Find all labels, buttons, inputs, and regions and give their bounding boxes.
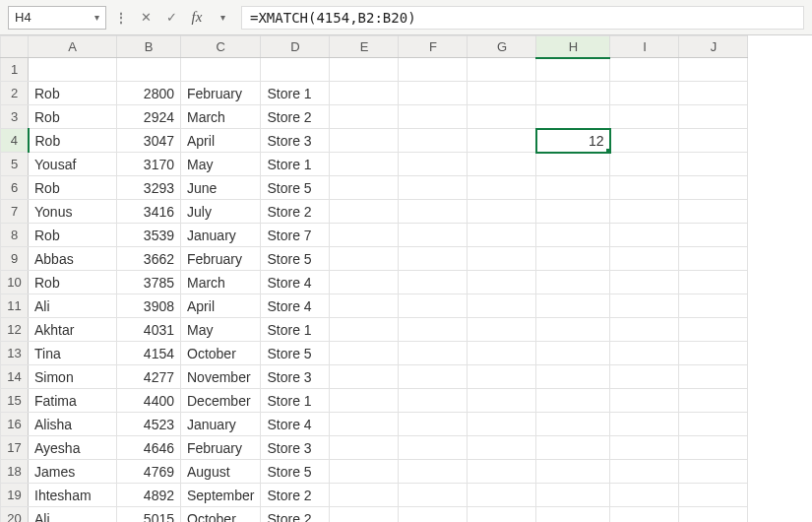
cell[interactable]: May (181, 153, 261, 176)
cell[interactable] (399, 176, 468, 200)
cell[interactable]: Store 4 (261, 271, 330, 294)
row-header[interactable]: 18 (1, 460, 29, 484)
fx-icon[interactable]: fx (186, 7, 208, 29)
cell[interactable]: 4400 (117, 389, 181, 413)
cell[interactable] (536, 58, 610, 82)
row-header[interactable]: 3 (1, 105, 29, 129)
cell[interactable] (399, 460, 468, 484)
cell[interactable] (399, 105, 468, 129)
cell[interactable] (536, 484, 610, 507)
select-all-corner[interactable] (1, 36, 29, 58)
row-header[interactable]: 13 (1, 342, 29, 365)
cell[interactable]: September (181, 484, 261, 507)
cell[interactable] (679, 200, 748, 224)
cell[interactable] (330, 105, 399, 129)
cell[interactable]: Yonus (29, 200, 117, 224)
cell[interactable]: Simon (29, 365, 117, 389)
cell[interactable] (679, 294, 748, 318)
cell[interactable]: 4769 (117, 460, 181, 484)
cell[interactable]: Rob (29, 271, 117, 294)
cell[interactable] (536, 365, 610, 389)
cell[interactable] (468, 82, 536, 105)
cell[interactable] (610, 129, 679, 153)
cell[interactable]: April (181, 294, 261, 318)
cell[interactable]: 4646 (117, 436, 181, 460)
cell[interactable] (330, 365, 399, 389)
cell[interactable] (399, 82, 468, 105)
cell[interactable]: 3662 (117, 247, 181, 271)
cell[interactable]: January (181, 224, 261, 247)
cell[interactable] (468, 129, 536, 153)
name-box[interactable]: H4 ▾ (8, 6, 106, 30)
cell[interactable]: Store 1 (261, 82, 330, 105)
cell[interactable] (679, 176, 748, 200)
cell[interactable]: Store 5 (261, 342, 330, 365)
cell[interactable] (330, 413, 399, 436)
cell[interactable] (679, 224, 748, 247)
cell[interactable] (468, 507, 536, 523)
cell[interactable] (679, 318, 748, 342)
column-header[interactable]: D (261, 36, 330, 58)
cell[interactable] (399, 294, 468, 318)
row-header[interactable]: 15 (1, 389, 29, 413)
cell[interactable]: November (181, 365, 261, 389)
cell[interactable] (330, 507, 399, 523)
cell[interactable] (536, 436, 610, 460)
cell[interactable] (399, 271, 468, 294)
cell[interactable] (679, 389, 748, 413)
cell[interactable] (468, 247, 536, 271)
cell[interactable] (330, 129, 399, 153)
cell[interactable] (610, 436, 679, 460)
column-header[interactable]: A (29, 36, 117, 58)
cell[interactable] (679, 129, 748, 153)
cell[interactable] (679, 271, 748, 294)
cell[interactable] (399, 58, 468, 82)
cell[interactable]: 3908 (117, 294, 181, 318)
cell[interactable] (610, 413, 679, 436)
cell[interactable] (468, 484, 536, 507)
cell[interactable] (536, 507, 610, 523)
cell[interactable]: Store 2 (261, 200, 330, 224)
spreadsheet-grid[interactable]: A B C D E F G H I J 12Rob2800FebruarySto… (0, 35, 812, 522)
row-header[interactable]: 17 (1, 436, 29, 460)
cell[interactable]: Store 1 (261, 318, 330, 342)
cell[interactable] (536, 82, 610, 105)
cell[interactable] (468, 224, 536, 247)
row-header[interactable]: 7 (1, 200, 29, 224)
cell[interactable] (181, 58, 261, 82)
row-header[interactable]: 6 (1, 176, 29, 200)
cell[interactable] (261, 58, 330, 82)
cell[interactable]: February (181, 247, 261, 271)
cell[interactable] (399, 318, 468, 342)
cell[interactable]: February (181, 436, 261, 460)
cell[interactable]: Store 2 (261, 507, 330, 523)
cell[interactable]: Store 5 (261, 176, 330, 200)
cell[interactable]: March (181, 105, 261, 129)
cell[interactable]: 5015 (117, 507, 181, 523)
cell[interactable] (679, 105, 748, 129)
cell[interactable] (536, 105, 610, 129)
cell[interactable] (399, 247, 468, 271)
column-header[interactable]: E (330, 36, 399, 58)
cell[interactable] (610, 176, 679, 200)
cell[interactable] (610, 58, 679, 82)
cell[interactable] (399, 224, 468, 247)
cell[interactable]: April (181, 129, 261, 153)
cell[interactable] (536, 200, 610, 224)
cell[interactable] (330, 153, 399, 176)
cell[interactable]: Ali (29, 294, 117, 318)
cell[interactable] (536, 318, 610, 342)
cell[interactable] (399, 484, 468, 507)
cell[interactable] (610, 389, 679, 413)
cell[interactable]: Tina (29, 342, 117, 365)
cell[interactable] (610, 153, 679, 176)
cell[interactable] (679, 82, 748, 105)
cell[interactable] (468, 318, 536, 342)
cell[interactable]: Fatima (29, 389, 117, 413)
cell[interactable]: 4523 (117, 413, 181, 436)
cell[interactable] (399, 436, 468, 460)
cell[interactable]: Ayesha (29, 436, 117, 460)
cell[interactable] (468, 365, 536, 389)
cell[interactable] (330, 484, 399, 507)
cell[interactable] (679, 460, 748, 484)
